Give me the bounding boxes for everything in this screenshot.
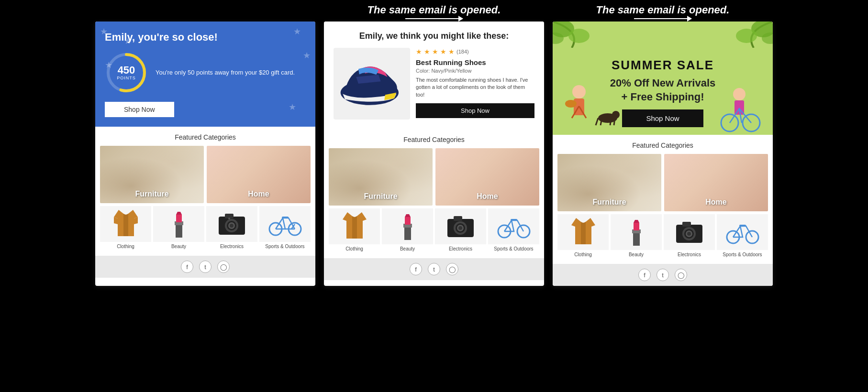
sports-label-1: Sports & Outdoors (259, 244, 311, 249)
twitter-icon-2[interactable]: t (428, 263, 440, 275)
electronics-category-1[interactable]: Electronics (206, 206, 257, 249)
small-categories-3: Clothing Beauty (557, 214, 768, 257)
lipstick-icon-1 (172, 210, 186, 239)
panel-sale: SUMMER SALE 20% Off New Arrivals+ Free S… (553, 22, 773, 286)
sale-header: SUMMER SALE 20% Off New Arrivals+ Free S… (553, 22, 773, 135)
svg-point-12 (228, 218, 230, 219)
instagram-icon-3[interactable]: ◯ (675, 269, 687, 281)
product-row: ★ ★ ★ ★ ★ (184) Best Running Shoes Color… (334, 48, 534, 120)
featured-title-2: Featured Categories (329, 136, 539, 143)
star-deco-2: ★ (124, 36, 132, 46)
sports-category-1[interactable]: Sports & Outdoors (259, 206, 311, 249)
twitter-icon-3[interactable]: t (657, 269, 669, 281)
svg-marker-5 (176, 212, 182, 215)
svg-rect-18 (404, 227, 411, 240)
product-shop-now-button[interactable]: Shop Now (416, 103, 534, 118)
sports-img-1 (259, 206, 311, 242)
electronics-label-1: Electronics (206, 244, 257, 249)
arrow-line-1 (405, 18, 463, 19)
clothing-img-3 (557, 214, 609, 250)
instagram-icon-2[interactable]: ◯ (446, 263, 458, 275)
footer-3: f t ◯ (553, 264, 773, 286)
product-color: Color: Navy/Pink/Yellow (416, 68, 534, 74)
svg-line-44 (596, 118, 598, 125)
electronics-category-2[interactable]: Electronics (435, 208, 486, 251)
furniture-category-2[interactable]: Furniture (329, 148, 433, 206)
furniture-category-1[interactable]: Furniture (100, 146, 204, 203)
sports-category-2[interactable]: Sports & Outdoors (488, 208, 539, 251)
summer-sale-subtitle: 20% Off New Arrivals+ Free Shipping! (610, 76, 716, 104)
beauty-category-2[interactable]: Beauty (382, 208, 433, 251)
featured-section-3: Featured Categories Furniture Home (553, 135, 773, 264)
points-text: 450 POINTS (117, 65, 136, 80)
home-category-1[interactable]: Home (207, 146, 311, 203)
svg-rect-64 (739, 225, 746, 227)
clothing-category-2[interactable]: Clothing (329, 208, 380, 251)
clothing-img-1 (100, 206, 151, 242)
furniture-label-1: Furniture (135, 190, 168, 198)
panel-product: Emily, we think you might like these: (324, 22, 544, 286)
star-3: ★ (432, 48, 438, 55)
camera-icon-2 (445, 213, 476, 240)
star-deco-1: ★ (100, 26, 108, 37)
star-deco-4: ★ (293, 26, 301, 37)
sale-shop-now-button[interactable]: Shop Now (622, 109, 703, 127)
small-categories-1: Clothing Beauty (100, 206, 311, 249)
featured-title-1: Featured Categories (100, 133, 311, 141)
large-categories-2: Furniture Home (329, 148, 539, 206)
bicycle-icon-3 (726, 219, 759, 245)
sports-label-2: Sports & Outdoors (488, 246, 539, 251)
review-count: (184) (456, 49, 469, 54)
beauty-img-1 (153, 206, 204, 242)
bicycle-icon-1 (268, 211, 302, 237)
panel-loyalty: ★ ★ ★ ★ ★ ★ Emily, you're so close! 450 (95, 22, 315, 286)
sports-category-3[interactable]: Sports & Outdoors (717, 214, 768, 257)
loyalty-shop-now-button[interactable]: Shop Now (105, 102, 174, 117)
clothing-category-1[interactable]: Clothing (100, 206, 151, 249)
facebook-icon-3[interactable]: f (638, 269, 651, 281)
clothing-category-3[interactable]: Clothing (557, 214, 609, 257)
jacket-icon-2 (343, 212, 367, 241)
featured-section-2: Featured Categories Furniture Home (324, 129, 544, 258)
home-category-3[interactable]: Home (664, 154, 768, 211)
annotation-1: The same email is opened. (324, 4, 544, 19)
star-1: ★ (416, 48, 422, 55)
svg-point-37 (572, 85, 586, 98)
facebook-icon-2[interactable]: f (410, 263, 422, 275)
svg-rect-20 (405, 217, 411, 225)
svg-rect-52 (633, 232, 640, 246)
electronics-img-2 (435, 208, 486, 244)
product-details: ★ ★ ★ ★ ★ (184) Best Running Shoes Color… (416, 48, 534, 120)
jacket-icon-1 (114, 210, 138, 239)
large-categories-1: Furniture Home (100, 146, 311, 203)
electronics-img-1 (206, 206, 257, 242)
points-circle: 450 POINTS (105, 51, 148, 94)
svg-rect-4 (176, 215, 182, 222)
panels-container: ★ ★ ★ ★ ★ ★ Emily, you're so close! 450 (0, 22, 868, 286)
instagram-icon-1[interactable]: ◯ (217, 261, 230, 273)
annotation-1-text: The same email is opened. (367, 4, 501, 16)
electronics-label-2: Electronics (435, 246, 486, 251)
electronics-img-3 (664, 214, 715, 250)
twitter-icon-1[interactable]: t (199, 261, 211, 273)
sports-label-3: Sports & Outdoors (717, 252, 768, 257)
lipstick-icon-2 (401, 212, 415, 241)
arrow-1 (405, 18, 463, 19)
facebook-icon-1[interactable]: f (181, 261, 193, 273)
points-label: POINTS (117, 76, 136, 80)
loyalty-title: Emily, you're so close! (105, 31, 306, 44)
beauty-category-1[interactable]: Beauty (153, 206, 204, 249)
home-label-3: Home (705, 198, 726, 207)
beauty-label-3: Beauty (611, 252, 662, 257)
beauty-category-3[interactable]: Beauty (611, 214, 662, 257)
small-categories-2: Clothing Beauty (329, 208, 539, 251)
electronics-label-3: Electronics (664, 252, 715, 257)
camera-icon-1 (216, 211, 247, 237)
clothing-label-3: Clothing (557, 252, 609, 257)
home-category-2[interactable]: Home (435, 148, 539, 206)
jacket-icon-3 (571, 218, 595, 247)
electronics-category-3[interactable]: Electronics (664, 214, 715, 257)
furniture-category-3[interactable]: Furniture (557, 154, 661, 211)
svg-point-11 (230, 224, 234, 228)
featured-title-3: Featured Categories (557, 142, 768, 149)
